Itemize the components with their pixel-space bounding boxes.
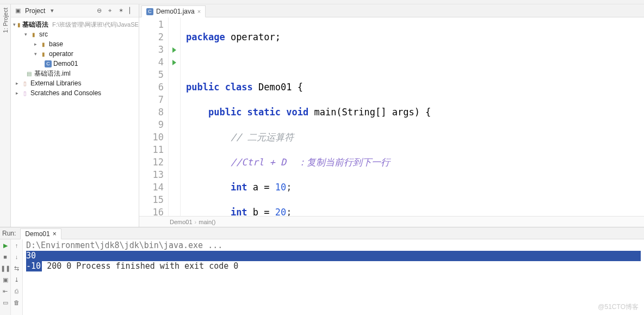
module-icon: ▮	[17, 21, 21, 28]
crumb-class[interactable]: Demo01	[170, 219, 193, 225]
run-panel: Run: Demo01 × ▶ ■ ❚❚ ▣ ⇤ ▭ ↑ ↓ ⇆ ⤓ ⎙ 🗑	[0, 227, 644, 315]
tree-root[interactable]: ▾ ▮ 基础语法 F:\班级管理\网课班\代码\JavaSE\基础	[11, 20, 139, 29]
clear-icon[interactable]: 🗑	[13, 299, 21, 306]
line-gutter: 1 2 3 4 5 6 7 8 9 10 11 12 13 14 15 16	[139, 17, 169, 216]
run-gutter-icon[interactable]	[172, 60, 176, 65]
console-line: -10	[26, 261, 42, 271]
watermark: @51CTO博客	[598, 302, 639, 312]
close-icon[interactable]: ×	[53, 230, 57, 238]
up-icon[interactable]: ↑	[13, 242, 21, 249]
rerun-icon[interactable]: ▶	[2, 242, 9, 249]
project-header: ▣ Project ▾ ⊖ ⌖ ✶ ▏	[11, 4, 139, 17]
project-panel: ▣ Project ▾ ⊖ ⌖ ✶ ▏ ▾ ▮ 基础语法 F:\班级管理\网课班…	[11, 4, 139, 227]
scratches-icon: ▯	[21, 89, 29, 97]
down-icon[interactable]: ↓	[13, 253, 21, 261]
library-icon: ▯	[21, 79, 29, 87]
tree-label: base	[49, 40, 63, 48]
tree-label: 基础语法	[22, 20, 48, 29]
console-line: 0	[66, 261, 71, 271]
run-tab-demo01[interactable]: Demo01 ×	[20, 228, 61, 239]
project-title: Project	[25, 7, 45, 15]
folder-icon: ▮	[30, 30, 38, 38]
tree-ext-lib[interactable]: ▸ ▯ External Libraries	[11, 78, 139, 88]
close-icon[interactable]: ×	[197, 8, 201, 15]
top-bar	[0, 0, 644, 4]
run-tabs: Run: Demo01 ×	[0, 227, 644, 239]
console-line: 30	[26, 251, 641, 261]
code-source[interactable]: package operator; public class Demo01 { …	[181, 17, 644, 216]
scroll-icon[interactable]: ⤓	[13, 276, 21, 283]
run-tab-label: Demo01	[25, 230, 49, 238]
dump-icon[interactable]: ▣	[2, 276, 9, 283]
tree-iml[interactable]: ▤ 基础语法.iml	[11, 69, 139, 78]
run-label: Run:	[2, 230, 16, 237]
tree-label: operator	[49, 50, 73, 58]
gear-icon[interactable]: ✶	[117, 7, 125, 15]
dropdown-icon[interactable]: ▾	[48, 7, 56, 15]
crumb-method[interactable]: main()	[199, 219, 215, 225]
tree-path: F:\班级管理\网课班\代码\JavaSE\基础	[52, 21, 139, 29]
code-area[interactable]: 1 2 3 4 5 6 7 8 9 10 11 12 13 14 15 16	[139, 17, 644, 216]
pause-icon[interactable]: ❚❚	[2, 264, 9, 272]
project-tool-tab[interactable]: 1: Project	[2, 8, 9, 33]
locate-icon[interactable]: ⌖	[106, 7, 114, 15]
project-tree[interactable]: ▾ ▮ 基础语法 F:\班级管理\网课班\代码\JavaSE\基础 ▾ ▮ sr…	[11, 17, 139, 227]
exit-icon[interactable]: ⇤	[2, 287, 9, 295]
tab-demo01[interactable]: C Demo01.java ×	[141, 5, 206, 17]
folder-icon: ▮	[40, 50, 47, 58]
editor-panel: C Demo01.java × 1 2 3 4 5 6 7 8 9 10 1	[139, 4, 644, 227]
tree-label: Demo01	[53, 60, 78, 67]
console-line: Process finished with exit code 0	[76, 261, 238, 271]
tree-scratches[interactable]: ▸ ▯ Scratches and Consoles	[11, 88, 139, 98]
folder-icon: ▮	[40, 40, 47, 48]
file-icon: ▤	[25, 70, 33, 77]
stop-icon[interactable]: ■	[2, 253, 9, 261]
breadcrumbs[interactable]: Demo01 › main()	[139, 216, 644, 227]
java-class-icon: C	[45, 60, 52, 67]
console-line: 200	[47, 261, 61, 271]
run-actions-rail: ▶ ■ ❚❚ ▣ ⇤ ▭	[0, 239, 11, 315]
console-output[interactable]: D:\Environment\jdk8\jdk\bin\java.exe ...…	[23, 239, 644, 315]
wrap-icon[interactable]: ⇆	[13, 264, 21, 272]
java-class-icon: C	[146, 8, 153, 15]
run-gutter-icon[interactable]	[172, 47, 176, 53]
tree-label: src	[39, 30, 48, 38]
console-line: D:\Environment\jdk8\jdk\bin\java.exe ...	[26, 240, 222, 250]
print-icon[interactable]: ⎙	[13, 287, 21, 295]
project-icon: ▣	[14, 7, 22, 15]
collapse-icon[interactable]: ⊖	[95, 7, 103, 15]
tree-operator[interactable]: ▾ ▮ operator	[11, 49, 139, 59]
left-tool-rail: 1: Project	[0, 4, 11, 227]
tree-src[interactable]: ▾ ▮ src	[11, 29, 139, 39]
gutter-markers	[169, 17, 181, 216]
tab-label: Demo01.java	[156, 8, 195, 15]
tree-label: External Libraries	[30, 79, 81, 87]
tree-label: Scratches and Consoles	[30, 89, 101, 97]
run-actions-rail-2: ↑ ↓ ⇆ ⤓ ⎙ 🗑	[11, 239, 23, 315]
editor-tabs: C Demo01.java ×	[139, 4, 644, 17]
tree-base[interactable]: ▸ ▮ base	[11, 39, 139, 49]
trash-icon[interactable]: ▭	[2, 299, 9, 306]
tree-demo01[interactable]: C Demo01	[11, 59, 139, 69]
hide-icon[interactable]: ▏	[128, 7, 135, 15]
tree-label: 基础语法.iml	[34, 69, 71, 78]
